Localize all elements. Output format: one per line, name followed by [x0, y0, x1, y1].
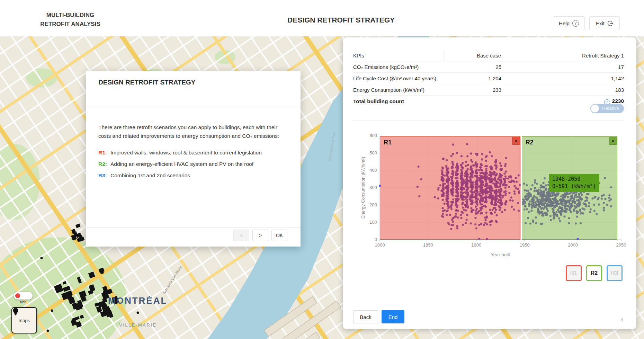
kpi-chart-panel: KPIs Base case Retrofit Strategy 1 CO₂ E… [343, 37, 636, 329]
app-title: MULTI-BUILDING RETROFIT ANALYSIS [37, 11, 103, 29]
dialog-title: DESIGN RETROFIT STRATEGY [98, 79, 195, 86]
tooltip-line2: 0-591 (kWh/m²) [552, 183, 596, 190]
y-tick-200: 200 [363, 202, 377, 207]
end-button[interactable]: End [382, 310, 404, 323]
kpi-row-total-count: Total building count i2230 [353, 96, 624, 107]
help-button-label: Help [559, 20, 570, 26]
scenario-r2-label: R2: [98, 161, 107, 167]
kpi-lcc-name: Life Cycle Cost ($/m² over 40 years) [353, 75, 444, 81]
relative-toggle-knob [591, 105, 599, 113]
app-title-line1: MULTI-BUILDING [37, 11, 103, 20]
exit-button[interactable]: Exit [589, 16, 620, 30]
kpi-lcc-base: 1,204 [444, 75, 506, 81]
exit-logout-icon [607, 20, 613, 26]
y-tick-600: 600 [363, 133, 377, 138]
y-tick-300: 300 [363, 185, 377, 190]
total-count-value: 2230 [612, 98, 624, 104]
map-city-label: MONTRÉAL [108, 295, 167, 306]
scenario-row-r1: R1: Improved walls, windows, roof & base… [98, 150, 292, 156]
scenario-buttons: R1 R2 R3 [566, 265, 623, 281]
dialog-next-button[interactable]: > [252, 230, 268, 241]
scenario-button-r3[interactable]: R3 [607, 265, 623, 281]
app-title-line2: RETROFIT ANALYSIS [37, 20, 103, 29]
page-number: 4 [620, 317, 623, 323]
x-tick-2050: 2050 [611, 242, 632, 248]
kpi-co2-base: 25 [444, 64, 506, 70]
design-retrofit-dialog: DESIGN RETROFIT STRATEGY There are three… [86, 71, 301, 247]
x-tick-1900: 1900 [466, 242, 487, 248]
scenario-button-r2[interactable]: R2 [586, 265, 602, 281]
x-tick-1950: 1950 [514, 242, 535, 248]
help-button[interactable]: Help ? [553, 16, 585, 30]
y-tick-0: 0 [363, 237, 377, 242]
dialog-ok-button[interactable]: OK [271, 230, 287, 241]
scenario-row-r3: R3: Combining 1st and 2nd scenarios [98, 172, 292, 179]
kpi-col-kpis: KPIs [353, 50, 444, 61]
chart-tooltip: 1948-2050 0-591 (kWh/m²) [549, 174, 599, 192]
scenario-r1-text: Improved walls, windows, roof & basement… [110, 150, 262, 156]
total-count-label: Total building count [353, 98, 404, 105]
hide-toggle-group: hide [13, 292, 33, 304]
kpi-co2-name: CO₂ Emissions (kgCO₂e/m²) [353, 64, 444, 70]
map-district-label: VILLE-MARIE [119, 322, 156, 328]
help-question-icon: ? [572, 20, 579, 27]
scenario-r1-label: R1: [98, 150, 107, 156]
top-header: MULTI-BUILDING RETROFIT ANALYSIS DESIGN … [0, 0, 644, 36]
scenario-button-r1[interactable]: R1 [566, 265, 582, 281]
region-close-icon-r1[interactable]: x [512, 137, 520, 145]
hide-toggle-label: hide [13, 300, 33, 304]
kpi-table-header: KPIs Base case Retrofit Strategy 1 [353, 50, 624, 61]
x-axis-label: Year built [491, 252, 510, 257]
scenario-r2-text: Adding an energy-efficient HVAC system a… [110, 161, 253, 167]
x-tick-1850: 1850 [418, 242, 438, 248]
dialog-buttons: < > OK [233, 230, 287, 241]
kpi-lcc-retrofit: 1,142 [506, 75, 624, 81]
relative-toggle[interactable]: Relative [590, 104, 624, 113]
map-pin-icon [12, 308, 19, 315]
tooltip-line1: 1948-2050 [552, 176, 596, 183]
dialog-prev-button[interactable]: < [233, 230, 249, 241]
kpi-energy-base: 233 [444, 87, 506, 93]
y-tick-100: 100 [363, 220, 377, 225]
y-tick-500: 500 [363, 150, 377, 155]
hide-toggle[interactable] [14, 292, 33, 300]
plot-area[interactable]: R1xR2x 1948-2050 0-591 (kWh/m²) [380, 136, 621, 240]
maps-button[interactable]: maps [11, 307, 37, 333]
kpi-table: KPIs Base case Retrofit Strategy 1 CO₂ E… [353, 50, 624, 107]
hide-toggle-knob [15, 293, 20, 298]
scenario-list: R1: Improved walls, windows, roof & base… [98, 150, 292, 184]
panel-divider [353, 121, 624, 121]
exit-button-label: Exit [596, 20, 605, 26]
scenario-r3-label: R3: [98, 172, 107, 179]
page-title: DESIGN RETROFIT STRATEGY [287, 16, 395, 24]
kpi-energy-name: Energy Consumption (kWh/m²) [353, 87, 444, 93]
kpi-row-co2: CO₂ Emissions (kgCO₂e/m²) 25 17 [353, 61, 624, 73]
x-tick-1800: 1800 [369, 242, 390, 248]
kpi-energy-retrofit: 183 [506, 87, 624, 93]
dialog-divider-bottom [86, 227, 301, 228]
kpi-col-base-case: Base case [444, 50, 506, 61]
kpi-row-lcc: Life Cycle Cost ($/m² over 40 years) 1,2… [353, 73, 624, 84]
app-root: MONTRÉAL VILLE-MARIE Autoroute Ville-Mar… [0, 0, 644, 339]
kpi-col-retrofit: Retrofit Strategy 1 [506, 50, 624, 61]
kpi-row-energy: Energy Consumption (kWh/m²) 233 183 [353, 84, 624, 96]
back-button[interactable]: Back [353, 310, 378, 323]
scenario-row-r2: R2: Adding an energy-efficient HVAC syst… [98, 161, 292, 167]
dialog-divider-top [86, 107, 301, 107]
kpi-co2-retrofit: 17 [506, 64, 624, 70]
x-tick-2000: 2000 [563, 242, 583, 248]
maps-button-label: maps [19, 318, 30, 323]
dialog-intro-text: There are three retrofit scenarios you c… [98, 123, 290, 140]
relative-toggle-label: Relative [602, 106, 619, 111]
scenario-r3-text: Combining 1st and 2nd scenarios [110, 172, 190, 179]
y-tick-400: 400 [363, 168, 377, 173]
region-close-icon-r2[interactable]: x [609, 137, 617, 145]
